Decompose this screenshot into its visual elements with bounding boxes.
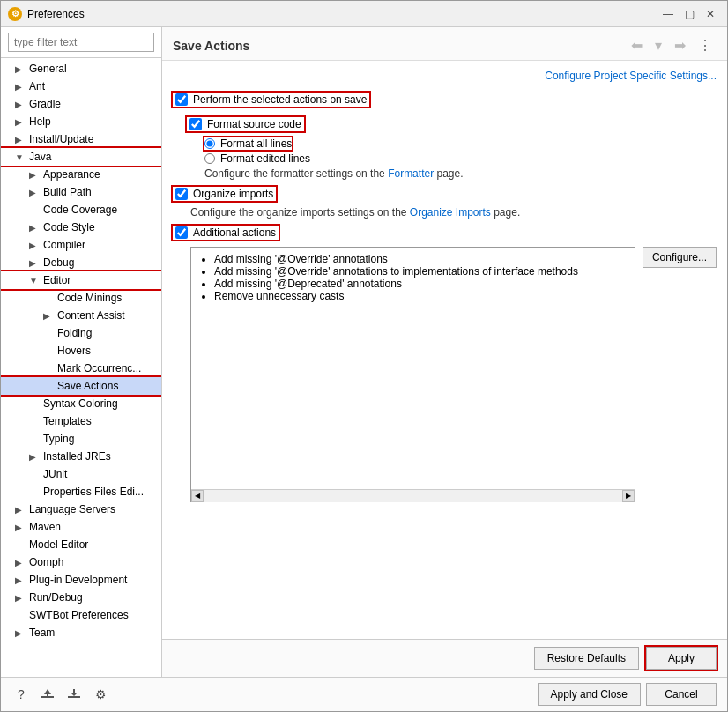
format-edited-radio-row: Format edited lines (187, 152, 717, 165)
nav-dropdown-button[interactable]: ▾ (650, 34, 666, 56)
scroll-right-button[interactable]: ▶ (622, 490, 635, 502)
sidebar-item-compiler[interactable]: ▶ Compiler (1, 236, 161, 254)
link-button[interactable]: ⚙ (91, 685, 110, 704)
sidebar-item-label: JUnit (43, 468, 67, 480)
sidebar-item-label: Folding (57, 327, 92, 339)
formatter-link[interactable]: Formatter (388, 167, 434, 180)
arrow-icon (43, 293, 57, 303)
sidebar-item-plugin-dev[interactable]: ▶ Plug-in Development (1, 571, 161, 589)
configure-project-link[interactable]: Configure Project Specific Settings... (545, 70, 717, 82)
format-edited-label[interactable]: Format edited lines (220, 152, 310, 165)
sidebar-item-code-style[interactable]: ▶ Code Style (1, 219, 161, 236)
window-controls: — ▢ ✕ (658, 4, 720, 24)
sidebar-item-build-path[interactable]: ▶ Build Path (1, 183, 161, 201)
import-icon (41, 687, 55, 701)
format-all-label[interactable]: Format all lines (220, 137, 292, 150)
sidebar-item-content-assist[interactable]: ▶ Content Assist (1, 307, 161, 324)
sidebar-item-language-servers[interactable]: ▶ Language Servers (1, 501, 161, 518)
format-source-checkbox[interactable] (189, 118, 202, 130)
svg-marker-3 (71, 689, 78, 696)
sidebar-item-label: Mark Occurrenc... (57, 362, 141, 375)
maximize-button[interactable]: ▢ (680, 4, 699, 24)
nav-forward-button[interactable]: ➡ (670, 34, 690, 56)
bottom-bar-right-buttons: Apply and Close Cancel (538, 683, 717, 706)
configure-button[interactable]: Configure... (643, 247, 717, 268)
sidebar-item-java[interactable]: ▼ Java (1, 148, 161, 166)
nav-back-button[interactable]: ⬅ (627, 34, 647, 56)
panel-body: Configure Project Specific Settings... P… (162, 61, 727, 639)
sidebar-item-team[interactable]: ▶ Team (1, 624, 161, 642)
minimize-button[interactable]: — (658, 4, 678, 24)
sidebar-item-syntax-coloring[interactable]: Syntax Coloring (1, 395, 161, 412)
sidebar-item-help[interactable]: ▶ Help (1, 113, 161, 130)
sidebar-item-mark-occurrences[interactable]: Mark Occurrenc... (1, 360, 161, 377)
sidebar-item-label: Compiler (43, 239, 85, 251)
sidebar-item-gradle[interactable]: ▶ Gradle (1, 95, 161, 113)
perform-actions-checkbox[interactable] (175, 93, 188, 106)
sidebar-item-appearance[interactable]: ▶ Appearance (1, 166, 161, 183)
import-button[interactable] (38, 685, 57, 704)
bottom-bar: ? ⚙ Apply and Close Cancel (1, 677, 727, 711)
organize-imports-label[interactable]: Organize imports (193, 188, 273, 200)
additional-actions-label[interactable]: Additional actions (193, 226, 276, 239)
apply-close-button[interactable]: Apply and Close (538, 683, 641, 706)
preferences-window: ⚙ Preferences — ▢ ✕ ▶ General (0, 0, 728, 712)
action-item: Add missing '@Override' annotations to i… (214, 265, 628, 278)
sidebar-item-oomph[interactable]: ▶ Oomph (1, 553, 161, 571)
sidebar-item-model-editor[interactable]: Model Editor (1, 536, 161, 553)
sidebar-item-label: Maven (29, 521, 61, 533)
additional-actions-checkbox-row: Additional actions (173, 226, 279, 240)
apply-button[interactable]: Apply (646, 647, 717, 670)
arrow-icon: ▶ (15, 505, 29, 515)
close-button[interactable]: ✕ (701, 4, 720, 24)
sidebar-item-junit[interactable]: JUnit (1, 465, 161, 483)
window-title: Preferences (27, 8, 85, 20)
scroll-left-button[interactable]: ◀ (191, 490, 204, 502)
sidebar-item-debug[interactable]: ▶ Debug (1, 254, 161, 271)
sidebar-item-ant[interactable]: ▶ Ant (1, 78, 161, 95)
sidebar-item-install-update[interactable]: ▶ Install/Update (1, 130, 161, 148)
sidebar-item-maven[interactable]: ▶ Maven (1, 518, 161, 536)
format-source-checkbox-row: Format source code (187, 117, 304, 131)
sidebar-item-properties-files[interactable]: Properties Files Edi... (1, 483, 161, 501)
sidebar-item-run-debug[interactable]: ▶ Run/Debug (1, 589, 161, 606)
sidebar-item-hovers[interactable]: Hovers (1, 342, 161, 360)
arrow-icon (29, 417, 43, 426)
format-edited-radio[interactable] (204, 153, 215, 164)
sidebar-item-editor[interactable]: ▼ Editor (1, 271, 161, 289)
nav-more-button[interactable]: ⋮ (694, 34, 717, 56)
arrow-icon (29, 487, 43, 497)
organize-imports-checkbox[interactable] (175, 188, 188, 200)
title-bar-left: ⚙ Preferences (8, 7, 85, 21)
sidebar-item-code-coverage[interactable]: Code Coverage (1, 201, 161, 219)
sidebar-item-swtbot[interactable]: SWTBot Preferences (1, 606, 161, 624)
format-all-radio[interactable] (204, 138, 215, 149)
restore-defaults-button[interactable]: Restore Defaults (534, 647, 639, 670)
horizontal-scrollbar[interactable]: ◀ ▶ (191, 489, 635, 501)
sidebar-item-label: Build Path (43, 186, 92, 198)
scroll-track (204, 490, 622, 502)
org-imports-link[interactable]: Organize Imports (410, 206, 491, 219)
export-button[interactable] (64, 685, 84, 704)
sidebar-item-installed-jres[interactable]: ▶ Installed JREs (1, 448, 161, 465)
sidebar-search-container (1, 27, 161, 58)
sidebar-item-label: Code Style (43, 221, 95, 234)
arrow-icon: ▶ (29, 223, 43, 233)
org-imports-description: Configure the organize imports settings … (190, 206, 717, 219)
sidebar-item-typing[interactable]: Typing (1, 430, 161, 448)
arrow-icon (29, 399, 43, 409)
sidebar-item-templates[interactable]: Templates (1, 412, 161, 430)
sidebar-item-general[interactable]: ▶ General (1, 60, 161, 78)
sidebar-item-save-actions[interactable]: Save Actions (1, 377, 161, 395)
sidebar-item-folding[interactable]: Folding (1, 324, 161, 342)
search-input[interactable] (8, 33, 154, 52)
perform-actions-label[interactable]: Perform the selected actions on save (193, 93, 367, 106)
additional-actions-checkbox[interactable] (175, 226, 188, 239)
cancel-button[interactable]: Cancel (646, 683, 717, 706)
sidebar-item-code-minings[interactable]: Code Minings (1, 289, 161, 307)
help-button[interactable]: ? (11, 685, 31, 704)
sidebar-item-label: Save Actions (57, 380, 118, 392)
app-icon: ⚙ (8, 7, 22, 21)
format-source-label[interactable]: Format source code (207, 118, 301, 130)
arrow-icon (15, 611, 29, 620)
